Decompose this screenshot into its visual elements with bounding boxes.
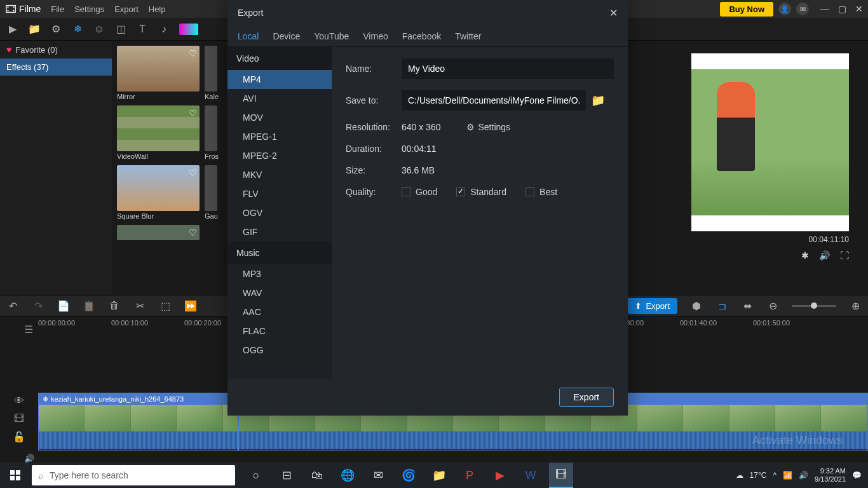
effect-item-mirror[interactable]: ♡ Mirror — [117, 46, 200, 103]
favorite-toggle-icon[interactable]: ♡ — [189, 168, 197, 178]
menu-help[interactable]: Help — [149, 4, 166, 14]
format-flac[interactable]: FLAC — [227, 322, 332, 341]
timeline-export-button[interactable]: ⬆ Export — [627, 298, 677, 314]
transitions-icon[interactable]: ◫ — [114, 23, 127, 36]
taskbar-search[interactable]: ⌕ Type here to search — [32, 465, 235, 485]
mail-icon[interactable]: ✉ — [366, 463, 390, 488]
volume-icon[interactable]: 🔊 — [819, 250, 830, 261]
explorer-icon[interactable]: 📁 — [427, 463, 451, 488]
maximize-button[interactable]: ▢ — [838, 4, 846, 14]
wifi-icon[interactable]: 📶 — [783, 471, 792, 480]
format-avi[interactable]: AVI — [227, 89, 332, 108]
cortana-icon[interactable]: ○ — [244, 463, 268, 488]
stickers-icon[interactable]: ☺ — [93, 23, 105, 36]
format-mpeg2[interactable]: MPEG-2 — [227, 146, 332, 165]
copy-icon[interactable]: 📄 — [57, 299, 70, 312]
tab-local[interactable]: Local — [238, 31, 259, 41]
filme-taskbar-icon[interactable]: 🎞 — [549, 463, 573, 488]
taskview-icon[interactable]: ⊟ — [275, 463, 299, 488]
store-icon[interactable]: 🛍 — [305, 463, 329, 488]
browse-folder-icon[interactable]: 📁 — [591, 93, 605, 107]
tab-vimeo[interactable]: Vimeo — [363, 31, 388, 41]
visibility-icon[interactable]: 👁 — [14, 395, 24, 407]
zoom-slider[interactable] — [792, 305, 836, 307]
name-input[interactable] — [402, 58, 614, 79]
close-button[interactable]: ✕ — [855, 4, 863, 14]
user-icon[interactable]: 👤 — [778, 3, 791, 15]
start-button[interactable] — [0, 463, 31, 488]
redo-icon[interactable]: ↷ — [32, 299, 44, 312]
effect-item-row4[interactable]: ♡ — [117, 225, 200, 240]
effect-item-videowall[interactable]: ♡ VideoWall — [117, 105, 200, 163]
settings-icon[interactable]: ✱ — [801, 250, 809, 261]
dialog-export-button[interactable]: Export — [559, 388, 614, 407]
delete-icon[interactable]: 🗑 — [108, 299, 121, 312]
paste-icon[interactable]: 📋 — [83, 299, 95, 312]
lock-icon[interactable]: 🔓 — [13, 431, 25, 443]
notifications-tray-icon[interactable]: 💬 — [852, 471, 862, 480]
format-flv[interactable]: FLV — [227, 184, 332, 203]
weather-temp[interactable]: 17°C — [750, 471, 767, 480]
effect-item-partial[interactable]: Kale — [205, 46, 217, 103]
quality-best[interactable]: Best — [526, 187, 557, 197]
format-gif[interactable]: GIF — [227, 222, 332, 241]
format-mpeg1[interactable]: MPEG-1 — [227, 127, 332, 146]
menu-file[interactable]: File — [51, 4, 64, 14]
tab-youtube[interactable]: YouTube — [314, 31, 349, 41]
format-mp4[interactable]: MP4 — [227, 70, 332, 89]
quality-standard[interactable]: Standard — [456, 187, 506, 197]
hamburger-icon[interactable]: ☰ — [19, 316, 38, 342]
audio-track-icon[interactable]: 🔊 — [24, 454, 34, 463]
favorite-toggle-icon[interactable]: ♡ — [189, 227, 197, 238]
notification-icon[interactable]: ✉ — [796, 3, 809, 15]
tray-chevron-icon[interactable]: ^ — [773, 471, 776, 480]
format-aac[interactable]: AAC — [227, 302, 332, 322]
menu-settings[interactable]: Settings — [74, 4, 104, 14]
magnet-icon[interactable]: ⊐ — [715, 299, 728, 312]
settings-button[interactable]: ⚙ Settings — [466, 122, 511, 132]
format-mkv[interactable]: MKV — [227, 165, 332, 184]
library-icon[interactable]: 📁 — [28, 23, 41, 36]
split-icon[interactable]: ✂ — [133, 299, 146, 312]
saveto-input[interactable] — [402, 90, 586, 111]
zoom-out-icon[interactable]: ⊖ — [766, 299, 779, 312]
edge-icon[interactable]: 🌀 — [397, 463, 421, 488]
volume-tray-icon[interactable]: 🔊 — [799, 471, 808, 480]
clock[interactable]: 9:32 AM 9/13/2021 — [815, 467, 846, 484]
media-tab-icon[interactable]: ▶ — [6, 23, 19, 36]
buy-now-button[interactable]: Buy Now — [720, 2, 773, 17]
menu-export[interactable]: Export — [114, 4, 139, 14]
sidebar-item-effects[interactable]: Effects (37) — [0, 58, 112, 76]
format-mp3[interactable]: MP3 — [227, 264, 332, 283]
minimize-button[interactable]: — — [820, 4, 829, 14]
tab-facebook[interactable]: Facebook — [402, 31, 441, 41]
fit-icon[interactable]: ⬌ — [741, 299, 754, 312]
favorite-toggle-icon[interactable]: ♡ — [189, 108, 197, 118]
weather-icon[interactable]: ☁ — [736, 471, 743, 480]
tab-twitter[interactable]: Twitter — [455, 31, 481, 41]
effect-item-partial[interactable]: Fros — [205, 105, 217, 163]
text-icon[interactable]: T — [136, 23, 149, 36]
crop-icon[interactable]: ⬚ — [159, 299, 172, 312]
audio-icon[interactable]: ♪ — [158, 23, 170, 36]
fullscreen-icon[interactable]: ⛶ — [840, 250, 849, 261]
marker-icon[interactable]: ⬢ — [690, 299, 703, 312]
word-icon[interactable]: W — [519, 463, 543, 488]
effect-item-squareblur[interactable]: ♡ Square Blur — [117, 165, 200, 222]
chrome-icon[interactable]: 🌐 — [336, 463, 360, 488]
filters-icon[interactable]: ❄ — [71, 23, 84, 36]
share-icon[interactable]: ⚙ — [50, 23, 62, 36]
effect-item-partial[interactable]: Gau — [205, 165, 217, 222]
format-wav[interactable]: WAV — [227, 283, 332, 302]
favorite-toggle-icon[interactable]: ♡ — [189, 48, 197, 58]
tab-device[interactable]: Device — [273, 31, 300, 41]
format-mov[interactable]: MOV — [227, 108, 332, 127]
undo-icon[interactable]: ↶ — [6, 299, 19, 312]
speed-icon[interactable]: ⏩ — [184, 299, 197, 312]
app-icon[interactable]: ▶ — [488, 463, 512, 488]
format-ogv[interactable]: OGV — [227, 203, 332, 222]
dialog-close-button[interactable]: ✕ — [609, 7, 618, 19]
sidebar-item-favorite[interactable]: ♥ Favorite (0) — [0, 41, 112, 58]
zoom-in-icon[interactable]: ⊕ — [849, 299, 862, 312]
pdf-icon[interactable]: P — [458, 463, 482, 488]
